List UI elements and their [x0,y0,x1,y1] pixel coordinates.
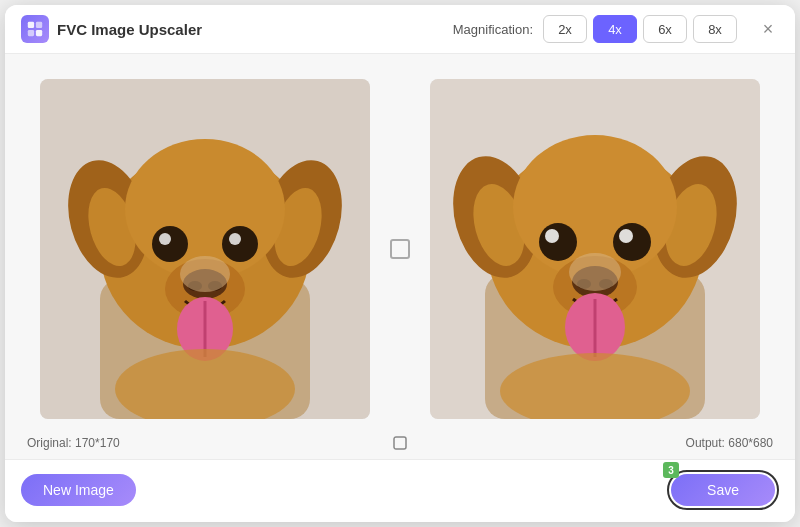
mag-2x-button[interactable]: 2x [543,15,587,43]
app-logo [21,15,49,43]
mag-4x-button[interactable]: 4x [593,15,637,43]
svg-point-35 [619,229,633,243]
svg-rect-0 [28,22,34,28]
svg-rect-1 [36,22,42,28]
svg-point-33 [613,223,651,261]
svg-point-34 [545,229,559,243]
svg-point-13 [222,226,258,262]
images-row [25,70,775,427]
app-window: FVC Image Upscaler Magnification: 2x 4x … [5,5,795,522]
save-area: 3 Save [667,470,779,510]
svg-point-15 [229,233,241,245]
save-button-wrapper: Save [667,470,779,510]
svg-point-12 [152,226,188,262]
svg-point-14 [159,233,171,245]
center-icon [392,435,408,451]
original-image-container [40,79,370,419]
svg-point-22 [180,256,230,292]
bottom-bar: New Image 3 Save [5,459,795,522]
magnification-label: Magnification: [453,22,533,37]
new-image-button[interactable]: New Image [21,474,136,506]
save-button[interactable]: Save [671,474,775,506]
titlebar: FVC Image Upscaler Magnification: 2x 4x … [5,5,795,54]
mag-8x-button[interactable]: 8x [693,15,737,43]
close-button[interactable]: × [757,18,779,40]
original-size-label: Original: 170*170 [27,436,392,450]
svg-point-42 [569,253,621,291]
output-size-label: Output: 680*680 [408,436,773,450]
content-area: Original: 170*170 Output: 680*680 [5,54,795,459]
magnification-buttons: 2x 4x 6x 8x [543,15,737,43]
app-title: FVC Image Upscaler [57,21,202,38]
status-bar: Original: 170*170 Output: 680*680 [25,427,775,459]
mag-6x-button[interactable]: 6x [643,15,687,43]
save-badge: 3 [663,462,679,478]
svg-rect-3 [36,30,42,36]
svg-point-32 [539,223,577,261]
svg-rect-44 [394,437,406,449]
split-icon [390,239,410,259]
output-image-container [430,79,760,419]
svg-rect-2 [28,30,34,36]
